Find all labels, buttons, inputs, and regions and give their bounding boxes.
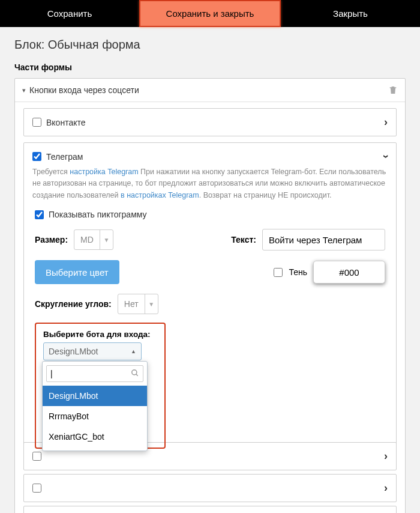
- bot-search-wrap: [46, 365, 143, 382]
- collapsed-items: › › ViberBeta ›: [23, 442, 397, 513]
- vk-row: Вконтакте ›: [23, 108, 397, 136]
- vk-label: Вконтакте: [46, 118, 384, 127]
- chevron-up-icon: ▲: [131, 348, 136, 354]
- search-icon: [131, 369, 139, 379]
- page-title: Блок: Обычная форма: [14, 38, 406, 52]
- radius-select[interactable]: Нет ▼: [118, 294, 158, 314]
- size-text-row: Размер: MD ▼ Текст:: [35, 229, 385, 250]
- radius-value: Нет: [118, 294, 145, 314]
- bot-option[interactable]: XeniartGC_bot: [43, 426, 147, 447]
- bot-select-value: DesignLMbot: [49, 347, 131, 356]
- bot-select-box: Выберите бота для входа: DesignLMbot ▲: [35, 323, 166, 449]
- viber-row-header[interactable]: ViberBeta ›: [24, 506, 396, 513]
- social-panel-header[interactable]: ▾ Кнопки входа через соцсети: [15, 79, 405, 102]
- telegram-setup-link[interactable]: настройка Telegram: [70, 168, 138, 176]
- svg-line-1: [136, 374, 138, 375]
- color-shadow-row: Выберите цвет Тень: [35, 260, 385, 284]
- button-text-input[interactable]: [262, 229, 385, 250]
- size-value: MD: [74, 230, 100, 249]
- shadow-color-input[interactable]: [313, 261, 385, 284]
- chevron-down-icon: ▼: [100, 230, 113, 249]
- viber-row: ViberBeta ›: [23, 506, 397, 513]
- telegram-checkbox[interactable]: [32, 152, 41, 161]
- shadow-checkbox[interactable]: [274, 268, 283, 277]
- collapsed-row-header[interactable]: ›: [24, 475, 396, 502]
- chevron-down-icon: ›: [380, 155, 392, 159]
- telegram-description: Требуется настройка Telegram При нажатии…: [24, 166, 396, 207]
- vk-checkbox[interactable]: [32, 118, 41, 127]
- chevron-right-icon: ›: [384, 116, 388, 129]
- telegram-settings-link[interactable]: в настройках Telegram: [121, 191, 199, 199]
- telegram-body: Показывать пиктограмму Размер: MD ▼ Текс…: [24, 207, 396, 458]
- bot-search-input[interactable]: [50, 369, 131, 378]
- content-area: Блок: Обычная форма Части формы ▾ Кнопки…: [0, 27, 420, 513]
- close-button[interactable]: Закрыть: [281, 0, 420, 27]
- social-panel-title: Кнопки входа через соцсети: [29, 85, 388, 95]
- chevron-down-icon: ▼: [145, 294, 158, 314]
- vk-row-header[interactable]: Вконтакте ›: [24, 109, 396, 136]
- item-checkbox[interactable]: [32, 484, 41, 493]
- show-icon-checkbox[interactable]: [35, 210, 44, 219]
- show-icon-row: Показывать пиктограмму: [35, 210, 385, 219]
- bot-option[interactable]: RrrmayBot: [43, 406, 147, 426]
- bot-select-label: Выберите бота для входа:: [43, 330, 157, 339]
- telegram-label: Телеграм: [46, 152, 384, 162]
- section-title: Части формы: [14, 62, 406, 72]
- bot-options-list: DesignLMbot RrrmayBot XeniartGC_bot: [43, 386, 147, 451]
- bot-select[interactable]: DesignLMbot ▲: [43, 342, 142, 360]
- svg-point-0: [132, 369, 137, 374]
- social-inner: Вконтакте › Телеграм › Требуется настрой…: [15, 102, 405, 513]
- radius-row: Скругление углов: Нет ▼: [35, 294, 385, 314]
- social-panel: ▾ Кнопки входа через соцсети Вконтакте ›…: [14, 78, 406, 513]
- size-select[interactable]: MD ▼: [74, 229, 113, 250]
- top-toolbar: Сохранить Сохранить и закрыть Закрыть: [0, 0, 420, 27]
- radius-label: Скругление углов:: [35, 299, 112, 309]
- telegram-row-header[interactable]: Телеграм ›: [24, 143, 396, 166]
- trash-icon[interactable]: [388, 85, 398, 96]
- chevron-right-icon: ›: [384, 450, 388, 463]
- item-checkbox[interactable]: [32, 452, 41, 461]
- list-item: ›: [23, 474, 397, 502]
- size-label: Размер:: [35, 235, 68, 244]
- bot-option[interactable]: DesignLMbot: [43, 386, 147, 406]
- bot-dropdown: DesignLMbot RrrmayBot XeniartGC_bot: [42, 361, 148, 451]
- chevron-down-icon: ▾: [22, 87, 26, 94]
- shadow-label: Тень: [289, 267, 307, 277]
- save-button[interactable]: Сохранить: [0, 0, 139, 27]
- save-close-button[interactable]: Сохранить и закрыть: [139, 0, 281, 27]
- chevron-right-icon: ›: [384, 482, 388, 494]
- choose-color-button[interactable]: Выберите цвет: [35, 260, 119, 284]
- text-label: Текст:: [231, 235, 256, 244]
- telegram-row: Телеграм › Требуется настройка Telegram …: [23, 142, 397, 459]
- show-icon-label: Показывать пиктограмму: [49, 210, 147, 219]
